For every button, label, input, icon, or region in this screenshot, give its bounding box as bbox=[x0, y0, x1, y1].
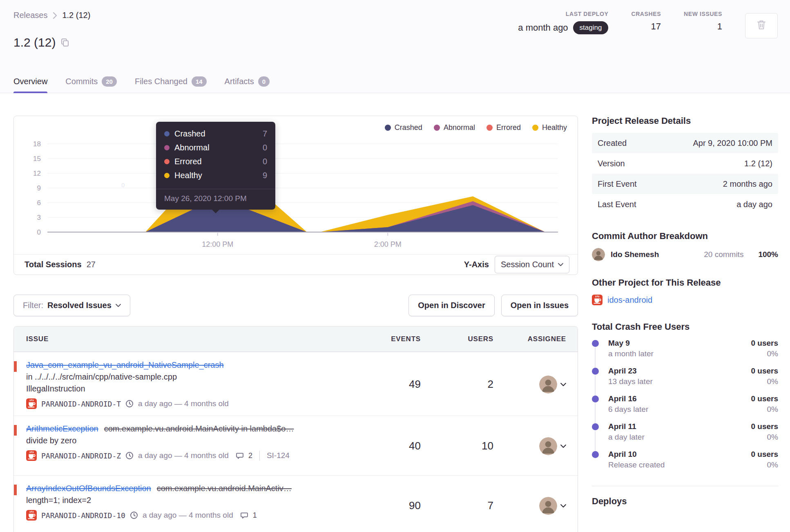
chevron-down-icon bbox=[558, 263, 563, 266]
deploys-heading: Deploys bbox=[592, 496, 778, 507]
environment-badge[interactable]: staging bbox=[573, 21, 609, 34]
tab-files-changed-count-badge: 14 bbox=[192, 76, 207, 87]
detail-label: First Event bbox=[598, 179, 637, 189]
issue-culprit-line: in ../../../../src/main/cpp/native-sampl… bbox=[26, 371, 340, 382]
delete-release-button[interactable] bbox=[745, 13, 778, 38]
assignee-chevron-icon[interactable] bbox=[560, 504, 566, 508]
assignee-chevron-icon[interactable] bbox=[560, 444, 566, 448]
comments-count[interactable]: 1 bbox=[253, 511, 257, 520]
assignee-avatar[interactable] bbox=[539, 497, 557, 515]
sessions-area-chart[interactable]: 036912151812:00 PM2:00 PM bbox=[19, 130, 566, 253]
sidebar: Project Release Details Created Apr 9, 2… bbox=[592, 116, 778, 513]
entry-subtitle: Release created bbox=[608, 460, 665, 469]
timeline-dot-icon bbox=[592, 368, 599, 375]
tooltip-date: May 26, 2020 12:00 PM bbox=[156, 189, 275, 210]
crashed-dot-icon bbox=[164, 131, 170, 136]
breadcrumb-releases-link[interactable]: Releases bbox=[13, 11, 47, 20]
crashes-label: CRASHES bbox=[631, 11, 661, 17]
java-platform-icon bbox=[26, 398, 37, 409]
issue-title-link[interactable]: ArithmeticException bbox=[26, 424, 98, 433]
tab-commits[interactable]: Commits 20 bbox=[65, 76, 117, 93]
crash-free-entry: April 160 users 6 days later0% bbox=[592, 394, 778, 420]
issue-events-count: 40 bbox=[348, 440, 421, 452]
new-issues-label: NEW ISSUES bbox=[684, 11, 722, 17]
tooltip-row-healthy: Healthy 9 bbox=[164, 171, 267, 180]
page-title: 1.2 (12) bbox=[13, 36, 56, 49]
open-in-issues-button[interactable]: Open in Issues bbox=[501, 295, 578, 316]
tab-artifacts-count-badge: 0 bbox=[258, 76, 270, 87]
issue-users-count: 2 bbox=[421, 378, 493, 391]
issue-row: ArrayIndexOutOfBoundsExceptioncom.exampl… bbox=[14, 475, 578, 532]
tooltip-abnormal-label: Abnormal bbox=[174, 143, 258, 152]
column-assignee: ASSIGNEE bbox=[493, 335, 566, 343]
open-in-discover-button[interactable]: Open in Discover bbox=[408, 295, 495, 316]
issue-short-id[interactable]: PARANOID-ANDROID-T bbox=[41, 400, 121, 408]
column-users: USERS bbox=[421, 335, 493, 343]
filter-value: Resolved Issues bbox=[47, 301, 112, 310]
issue-message: length=1; index=2 bbox=[26, 495, 340, 505]
assignee-avatar[interactable] bbox=[539, 437, 557, 455]
faint-zero-label: 0 bbox=[121, 181, 125, 188]
detail-value: Apr 9, 2020 10:00 PM bbox=[693, 139, 772, 148]
tooltip-row-errored: Errored 0 bbox=[164, 157, 267, 166]
tooltip-row-crashed: Crashed 7 bbox=[164, 129, 267, 139]
column-issue: ISSUE bbox=[14, 335, 348, 343]
comments-icon bbox=[240, 511, 248, 519]
tab-overview[interactable]: Overview bbox=[13, 76, 47, 93]
clock-icon bbox=[130, 511, 138, 519]
legend-item-crashed[interactable]: Crashed bbox=[385, 123, 422, 132]
issues-filter-dropdown[interactable]: Filter: Resolved Issues bbox=[13, 295, 130, 316]
issue-short-id[interactable]: PARANOID-ANDROID-10 bbox=[41, 511, 125, 520]
unhandled-marker bbox=[14, 361, 17, 372]
abnormal-dot-icon bbox=[434, 125, 440, 131]
healthy-dot-icon bbox=[164, 173, 170, 178]
timeline-dot-icon bbox=[592, 451, 599, 458]
stat-crashes: CRASHES 17 bbox=[631, 11, 661, 32]
entry-subtitle: 13 days later bbox=[608, 377, 653, 386]
assignee-chevron-icon[interactable] bbox=[560, 382, 566, 387]
yaxis-select[interactable]: Session Count bbox=[495, 256, 569, 273]
commit-breakdown-heading: Commit Author Breakdown bbox=[592, 231, 778, 241]
crash-free-timeline: May 90 users a month later0% April 230 u… bbox=[592, 339, 778, 476]
issue-age: a day ago — 4 months old bbox=[143, 511, 233, 520]
legend-item-healthy[interactable]: Healthy bbox=[532, 123, 567, 132]
comments-count[interactable]: 2 bbox=[248, 452, 252, 460]
release-overview-page: Releases 1.2 (12) 1.2 (12) Overview Comm… bbox=[0, 0, 790, 532]
tooltip-crashed-label: Crashed bbox=[174, 129, 258, 139]
issue-events-count: 90 bbox=[348, 499, 421, 512]
clock-icon bbox=[125, 400, 134, 408]
issue-title-link[interactable]: Java_com_example_vu_android_NativeSample… bbox=[26, 360, 224, 369]
entry-percent: 0% bbox=[767, 349, 778, 358]
filter-label: Filter: bbox=[23, 301, 43, 310]
deploys-section: Deploys bbox=[592, 486, 778, 507]
legend-item-errored[interactable]: Errored bbox=[486, 123, 521, 132]
tab-files-changed[interactable]: Files Changed 14 bbox=[135, 76, 207, 93]
clock-icon bbox=[125, 452, 134, 460]
tab-artifacts[interactable]: Artifacts 0 bbox=[225, 76, 270, 93]
assignee-avatar[interactable] bbox=[539, 376, 557, 393]
java-platform-icon bbox=[26, 450, 37, 461]
tooltip-errored-value: 0 bbox=[263, 157, 267, 166]
svg-text:6: 6 bbox=[37, 199, 41, 207]
entry-users: 0 users bbox=[751, 367, 778, 376]
svg-text:3: 3 bbox=[37, 214, 41, 221]
chart-footer: Total Sessions 27 Y-Axis Session Count bbox=[14, 254, 578, 275]
issue-culprit: com.example.vu.android.MainActiv… bbox=[157, 484, 292, 493]
detail-row-version: Version 1.2 (12) bbox=[592, 153, 778, 174]
page-header: Releases 1.2 (12) 1.2 (12) Overview Comm… bbox=[0, 0, 790, 93]
copy-icon[interactable] bbox=[60, 38, 69, 47]
detail-row-last-event: Last Event a day ago bbox=[592, 194, 778, 215]
trash-icon bbox=[757, 20, 766, 32]
issue-title-link[interactable]: ArrayIndexOutOfBoundsException bbox=[26, 484, 151, 493]
crash-free-entry: May 90 users a month later0% bbox=[592, 339, 778, 365]
timeline-dot-icon bbox=[592, 423, 599, 430]
healthy-dot-icon bbox=[532, 125, 538, 131]
legend-healthy-label: Healthy bbox=[542, 123, 567, 132]
crash-free-entry: April 100 users Release created0% bbox=[592, 450, 778, 476]
legend-item-abnormal[interactable]: Abnormal bbox=[434, 123, 475, 132]
issue-short-id[interactable]: PARANOID-ANDROID-Z bbox=[41, 452, 121, 460]
other-project-link[interactable]: idos-android bbox=[607, 295, 652, 305]
linked-ticket[interactable]: SI-124 bbox=[267, 451, 290, 460]
tab-artifacts-label: Artifacts bbox=[225, 77, 254, 86]
svg-text:0: 0 bbox=[37, 228, 41, 236]
